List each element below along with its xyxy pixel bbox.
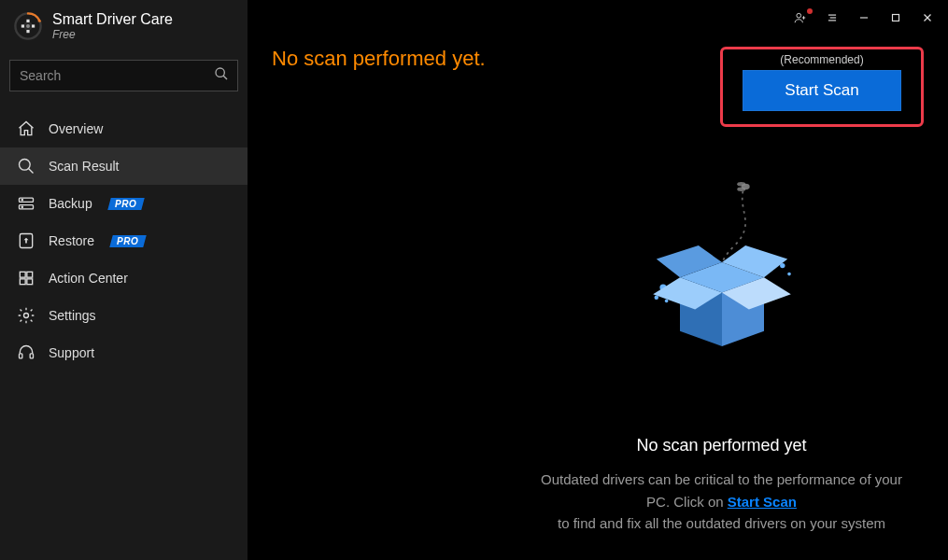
- headset-icon: [17, 343, 35, 362]
- logo-area: Smart Driver Care Free: [0, 0, 248, 52]
- svg-rect-6: [32, 24, 35, 27]
- start-scan-button[interactable]: Start Scan: [743, 70, 901, 111]
- sidebar-item-settings[interactable]: Settings: [0, 297, 248, 334]
- logo-text: Smart Driver Care Free: [52, 11, 173, 41]
- sidebar-item-label: Settings: [49, 308, 96, 323]
- restore-icon: [17, 231, 35, 250]
- grid-icon: [17, 269, 35, 287]
- svg-point-36: [737, 187, 745, 191]
- menu-icon: [826, 11, 839, 24]
- svg-line-11: [29, 169, 34, 174]
- sidebar-item-scan-result[interactable]: Scan Result: [0, 147, 248, 185]
- svg-rect-22: [20, 354, 22, 358]
- recommended-label: (Recommended): [780, 53, 863, 66]
- svg-rect-4: [26, 30, 29, 33]
- caption-area: No scan performed yet Outdated drivers c…: [495, 436, 948, 534]
- svg-rect-20: [27, 279, 33, 285]
- sidebar-item-overview[interactable]: Overview: [0, 110, 248, 147]
- caption-text-pre: Outdated drivers can be critical to the …: [541, 471, 902, 509]
- close-icon: [921, 11, 934, 24]
- sidebar-item-support[interactable]: Support: [0, 334, 248, 371]
- center-illustration: [495, 177, 948, 364]
- svg-point-14: [21, 200, 22, 201]
- sidebar-item-backup[interactable]: Backup PRO: [0, 185, 248, 222]
- svg-rect-5: [21, 24, 24, 27]
- maximize-icon: [889, 11, 902, 24]
- gear-icon: [17, 306, 35, 325]
- svg-rect-23: [30, 354, 33, 358]
- svg-point-10: [20, 160, 31, 171]
- sidebar: Smart Driver Care Free Overview: [0, 0, 248, 560]
- pro-badge: PRO: [107, 198, 145, 210]
- sidebar-item-action-center[interactable]: Action Center: [0, 259, 248, 297]
- svg-point-24: [797, 13, 801, 18]
- search-wrap: [0, 52, 248, 105]
- caption-text-line2: to find and fix all the outdated drivers…: [558, 515, 885, 531]
- svg-point-39: [664, 300, 668, 303]
- sidebar-item-label: Backup: [49, 196, 92, 211]
- svg-rect-17: [20, 272, 25, 277]
- scan-status-headline: No scan performed yet.: [272, 47, 486, 71]
- svg-point-21: [24, 314, 29, 318]
- svg-rect-3: [26, 20, 29, 22]
- home-icon: [17, 119, 35, 138]
- svg-rect-19: [20, 279, 25, 285]
- search-box: [9, 60, 238, 91]
- sidebar-item-label: Restore: [49, 233, 94, 248]
- notification-dot-icon: [807, 8, 813, 14]
- sidebar-nav: Overview Scan Result Backup PRO Rest: [0, 110, 248, 371]
- svg-point-15: [21, 206, 22, 207]
- titlebar-controls: [787, 6, 941, 30]
- sidebar-item-restore[interactable]: Restore PRO: [0, 222, 248, 259]
- app-edition: Free: [52, 28, 173, 41]
- search-input[interactable]: [9, 60, 238, 91]
- sidebar-item-label: Overview: [49, 121, 103, 136]
- minimize-button[interactable]: [851, 6, 877, 30]
- main-content: No scan performed yet. (Recommended) Sta…: [248, 0, 948, 560]
- sidebar-item-label: Scan Result: [49, 159, 119, 174]
- sidebar-item-label: Support: [49, 345, 94, 360]
- close-button[interactable]: [914, 6, 941, 30]
- svg-point-41: [787, 273, 791, 276]
- app-logo-icon: [13, 11, 43, 41]
- svg-point-38: [654, 296, 658, 301]
- sidebar-item-label: Action Center: [49, 271, 128, 286]
- app-title: Smart Driver Care: [52, 11, 173, 28]
- caption-title: No scan performed yet: [532, 436, 911, 455]
- svg-rect-31: [893, 15, 899, 21]
- start-scan-callout: (Recommended) Start Scan: [720, 47, 924, 127]
- svg-point-7: [26, 24, 30, 28]
- search-icon[interactable]: [214, 66, 229, 85]
- menu-button[interactable]: [819, 6, 845, 30]
- pro-badge: PRO: [109, 235, 147, 247]
- scan-icon: [17, 157, 35, 175]
- svg-point-35: [737, 182, 745, 187]
- app-window: Smart Driver Care Free Overview: [0, 0, 948, 560]
- minimize-icon: [857, 11, 870, 24]
- start-scan-link[interactable]: Start Scan: [728, 494, 797, 510]
- backup-icon: [17, 194, 35, 213]
- account-button[interactable]: [787, 6, 814, 30]
- maximize-button[interactable]: [883, 6, 909, 30]
- open-box-icon: [638, 177, 806, 364]
- user-icon: [794, 11, 807, 24]
- svg-point-8: [216, 68, 224, 77]
- svg-line-9: [223, 76, 227, 79]
- svg-rect-18: [27, 272, 33, 277]
- caption-description: Outdated drivers can be critical to the …: [532, 469, 911, 534]
